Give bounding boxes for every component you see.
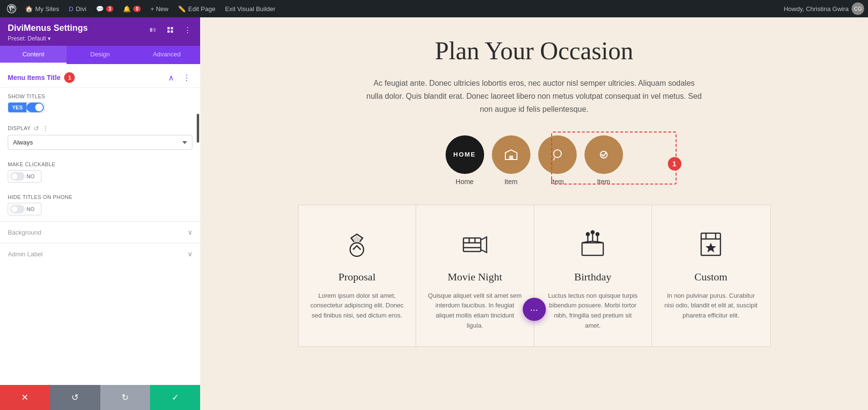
collapse-section-button[interactable]: ∧ <box>165 72 177 83</box>
grid-view-button[interactable] <box>163 23 177 37</box>
save-icon: ✓ <box>172 392 179 403</box>
display-menu-icon[interactable]: ⋮ <box>42 124 49 132</box>
display-select[interactable]: Always On Hover Never <box>8 135 192 150</box>
svg-rect-3 <box>167 27 170 29</box>
hide-titles-phone-toggle: NO <box>8 203 192 215</box>
comment-icon: 💬 <box>96 5 104 13</box>
card-desc-birthday: Luctus lectus non quisque turpis bibendu… <box>546 291 640 331</box>
reset-icon[interactable]: ↺ <box>34 125 39 132</box>
card-desc-custom: In non pulvinar purus. Curabitur nisi od… <box>664 291 759 321</box>
svg-point-10 <box>350 243 364 256</box>
page-title: Plan Your Occasion <box>298 37 771 65</box>
exit-visual-builder-button[interactable]: Exit Visual Builder <box>221 3 280 14</box>
nav-selection-badge: 1 <box>668 157 681 171</box>
card-icon-custom <box>695 225 726 263</box>
hide-titles-switch[interactable] <box>10 205 25 213</box>
admin-bar: 🏠 My Sites D Divi 💬 3 🔔 0 + New ✏️ Edit … <box>0 0 868 17</box>
avatar[interactable]: CG <box>852 2 864 15</box>
nav-circle-3[interactable] <box>584 135 623 174</box>
bubbles-menu[interactable]: 🔔 0 <box>119 3 145 14</box>
show-titles-field: Show Titles YES <box>0 88 200 119</box>
nav-label-2: Item <box>551 178 564 185</box>
hide-titles-phone-field: Hide Titles on Phone NO <box>0 188 200 221</box>
card-title-proposal: Proposal <box>339 271 376 283</box>
nav-circle-2[interactable] <box>538 135 577 174</box>
bottom-bar: ✕ ↺ ↻ ✓ <box>0 385 200 410</box>
svg-rect-4 <box>171 27 173 29</box>
wp-logo[interactable] <box>4 1 19 16</box>
my-sites-menu[interactable]: 🏠 My Sites <box>21 3 63 14</box>
card-title-birthday: Birthday <box>574 271 611 283</box>
divi-icon: D <box>69 5 73 13</box>
nav-circle-1[interactable] <box>492 135 530 174</box>
card-icon-movie-night <box>460 225 490 263</box>
tab-advanced[interactable]: Advanced <box>134 46 200 64</box>
nav-circle-home[interactable]: HOME <box>446 135 484 174</box>
preset-chevron-icon: ▾ <box>48 35 51 42</box>
section-menu-button[interactable]: ⋮ <box>181 72 192 83</box>
redo-button[interactable]: ↻ <box>100 385 150 410</box>
make-clickable-field: Make Clickable NO <box>0 156 200 188</box>
left-panel: DiviMenus Settings Preset: Default ▾ <box>0 17 200 410</box>
section-badge: 1 <box>64 72 75 83</box>
hide-titles-phone-label: Hide Titles on Phone <box>8 194 192 200</box>
section-menu-items-title: Menu Items Title 1 ∧ ⋮ <box>0 64 200 88</box>
home-icon: 🏠 <box>25 5 33 13</box>
toggle-switch[interactable] <box>27 103 44 112</box>
svg-rect-6 <box>171 30 173 33</box>
show-titles-label: Show Titles <box>8 93 192 99</box>
section-actions: ∧ ⋮ <box>165 72 192 83</box>
undo-button[interactable]: ↺ <box>50 385 100 410</box>
new-button[interactable]: + New <box>147 3 172 14</box>
page-description: Ac feugiat ante. Donec ultricies loborti… <box>366 77 703 116</box>
fab-icon: ··· <box>530 304 538 315</box>
divi-menu[interactable]: D Divi <box>65 3 90 14</box>
cancel-button[interactable]: ✕ <box>0 385 50 410</box>
display-label: Display <box>8 125 31 131</box>
card-desc-movie-night: Quisque aliquet velit sit amet sem inter… <box>428 291 522 331</box>
svg-rect-5 <box>167 30 170 33</box>
tab-content[interactable]: Content <box>0 46 67 64</box>
admin-label-label: Admin Label <box>8 251 42 258</box>
nav-item-home: HOME Home <box>446 135 484 185</box>
more-options-button[interactable]: ⋮ <box>181 23 194 37</box>
svg-point-8 <box>554 150 561 158</box>
panel-content: Menu Items Title 1 ∧ ⋮ Show Titles YES <box>0 64 200 385</box>
howdy-text: Howdy, Christina Gwira <box>784 5 849 13</box>
nav-item-3: Item <box>584 135 623 185</box>
show-titles-toggle[interactable]: YES <box>8 102 44 113</box>
card-custom: Custom In non pulvinar purus. Curabitur … <box>652 205 770 346</box>
background-label: Background <box>8 229 41 236</box>
svg-point-23 <box>596 233 599 236</box>
panel-header: DiviMenus Settings Preset: Default ▾ <box>0 17 200 46</box>
tab-design[interactable]: Design <box>67 46 133 64</box>
svg-rect-17 <box>582 243 603 255</box>
card-icon-proposal <box>341 225 372 263</box>
collapse-panel-button[interactable] <box>146 23 160 37</box>
fab-button[interactable]: ··· <box>523 298 546 321</box>
comments-menu[interactable]: 💬 3 <box>92 3 118 14</box>
clickable-switch[interactable] <box>10 172 25 181</box>
right-content: Plan Your Occasion Ac feugiat ante. Done… <box>200 17 868 410</box>
card-title-movie-night: Movie Night <box>448 271 502 283</box>
admin-label-section[interactable]: Admin Label ∨ <box>0 243 200 265</box>
card-movie-night: Movie Night Quisque aliquet velit sit am… <box>416 205 534 346</box>
nav-item-1: Item <box>492 135 530 185</box>
bubble-icon: 🔔 <box>123 5 131 13</box>
redo-icon: ↻ <box>122 392 129 403</box>
edit-page-button[interactable]: ✏️ Edit Page <box>174 3 219 14</box>
card-proposal: Proposal Lorem ipsum dolor sit amet, con… <box>298 205 417 346</box>
nav-item-2: Item <box>538 135 577 185</box>
card-title-custom: Custom <box>694 271 727 283</box>
nav-label-3: Item <box>597 178 610 185</box>
nav-menu: HOME Home Item <box>298 135 771 185</box>
save-button[interactable]: ✓ <box>150 385 200 410</box>
background-section[interactable]: Background ∨ <box>0 221 200 243</box>
svg-point-22 <box>591 231 594 234</box>
cancel-icon: ✕ <box>21 392 28 403</box>
display-label-row: Display ↺ ⋮ <box>8 124 192 132</box>
toggle-yes-label[interactable]: YES <box>8 103 27 112</box>
card-birthday: Birthday Luctus lectus non quisque turpi… <box>534 205 652 346</box>
svg-rect-2 <box>153 28 156 32</box>
nav-label-1: Item <box>504 178 517 185</box>
